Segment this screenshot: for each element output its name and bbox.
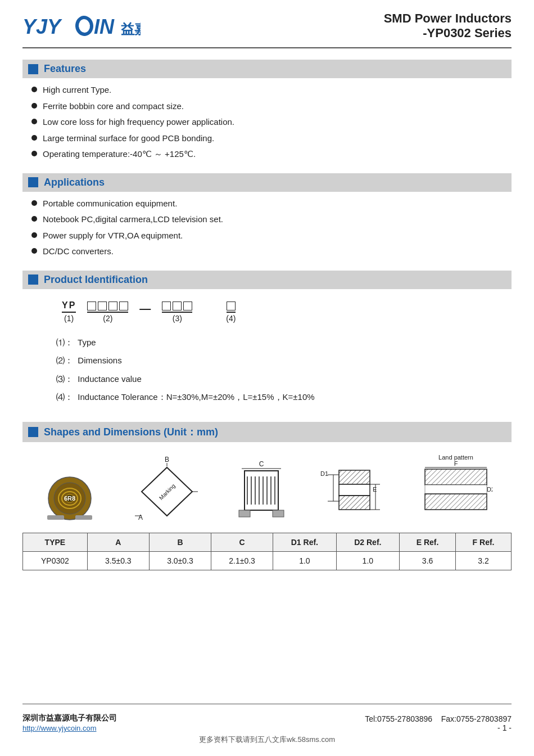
logo-area: YJY IN 益嘉源 — [22, 12, 141, 39]
col-d2: D2 Ref. — [336, 533, 399, 551]
svg-text:D2: D2 — [487, 486, 492, 493]
code-num-2: (2) — [103, 314, 112, 323]
shapes-header: Shapes and Dimensions (Unit：mm) — [22, 422, 512, 442]
svg-rect-38 — [339, 484, 370, 496]
box — [98, 302, 107, 310]
product-desc-list: ⑴： Type ⑵： Dimensions ⑶： Inductance valu… — [45, 336, 500, 413]
product-id-header: Product Identification — [22, 271, 512, 289]
list-item: Power supply for VTR,OA equipment. — [31, 230, 512, 242]
table-row: YP0302 3.5±0.3 3.0±0.3 2.1±0.3 1.0 1.0 3… — [23, 551, 512, 570]
feature-text: Ferrite bobbin core and compact size. — [43, 100, 184, 113]
svg-text:C: C — [259, 461, 264, 468]
svg-rect-39 — [339, 496, 370, 510]
svg-rect-12 — [75, 515, 92, 520]
svg-rect-11 — [47, 515, 64, 520]
svg-rect-31 — [239, 510, 250, 517]
list-item: Portable communication equipment. — [31, 197, 512, 210]
bullet-icon — [31, 151, 37, 156]
desc-num: ⑷： — [56, 392, 73, 402]
title-line1: SMD Power Inductors — [384, 11, 512, 26]
dimensions-table: TYPE A B C D1 Ref. D2 Ref. E Ref. F Ref.… — [22, 533, 512, 570]
shapes-images: 6R8 B Marking A — [22, 448, 512, 523]
list-item: ⑶： Inductance value — [56, 373, 500, 386]
box — [173, 302, 182, 310]
code-block-4: (4) — [226, 302, 236, 323]
svg-rect-22 — [245, 471, 278, 510]
svg-rect-48 — [425, 469, 487, 485]
svg-text:6R8: 6R8 — [64, 495, 75, 502]
col-d1: D1 Ref. — [273, 533, 336, 551]
list-item: Ferrite bobbin core and compact size. — [31, 100, 512, 113]
coil-drawing: 6R8 — [42, 470, 98, 523]
side-view-drawing: D1 E — [319, 459, 387, 523]
product-id-section: YP (1) (2) — — [22, 295, 512, 418]
cell-d1: 1.0 — [273, 551, 336, 570]
col-c: C — [211, 533, 273, 551]
bullet-icon — [31, 135, 37, 141]
applications-title: Applications — [44, 177, 105, 188]
svg-text:F: F — [454, 460, 458, 467]
land-pattern-drawing: Land pattern F D2 — [419, 453, 492, 523]
code-num-3: (3) — [173, 314, 182, 323]
list-item: Large terminal surface for good PCB bond… — [31, 132, 512, 145]
code-num-4: (4) — [226, 314, 236, 323]
footer-left: 深圳市益嘉源电子有限公司 http://www.yjycoin.com — [22, 713, 117, 732]
svg-rect-49 — [425, 485, 487, 494]
app-text: Power supply for VTR,OA equipment. — [43, 230, 183, 242]
feature-text: Low core loss for high frequency power a… — [43, 116, 234, 129]
cell-f: 3.2 — [456, 551, 512, 570]
features-title: Features — [44, 63, 86, 75]
cell-b: 3.0±0.3 — [149, 551, 211, 570]
app-text: Notebook PC,digital carmera,LCD televisi… — [43, 213, 223, 226]
list-item: Notebook PC,digital carmera,LCD televisi… — [31, 213, 512, 226]
page-wrapper: YJY IN 益嘉源 SMD Power Inductors -YP0302 S… — [0, 0, 534, 756]
applications-header: Applications — [22, 173, 512, 192]
cell-a: 3.5±0.3 — [87, 551, 149, 570]
applications-list: Portable communication equipment. Notebo… — [22, 197, 512, 265]
svg-text:D1: D1 — [320, 470, 328, 477]
watermark: 更多资料下载请到五八文库wk.58sms.com — [22, 735, 512, 745]
footer-right: Tel:0755-27803896 Fax:0755-27803897 - 1 … — [365, 714, 512, 732]
bullet-icon — [31, 248, 37, 254]
feature-text: Large terminal surface for good PCB bond… — [43, 132, 214, 145]
svg-text:IN: IN — [94, 15, 115, 38]
svg-text:B: B — [165, 456, 169, 464]
desc-num: ⑴： — [56, 338, 73, 347]
company-name: 深圳市益嘉源电子有限公司 — [22, 713, 117, 723]
list-item: ⑴： Type — [56, 336, 500, 349]
bullet-icon — [31, 200, 37, 206]
header: YJY IN 益嘉源 SMD Power Inductors -YP0302 S… — [22, 11, 512, 48]
list-item: DC/DC converters. — [31, 245, 512, 258]
cell-c: 2.1±0.3 — [211, 551, 273, 570]
svg-rect-37 — [339, 470, 370, 484]
product-id-icon — [28, 274, 38, 285]
svg-rect-32 — [273, 510, 284, 517]
box — [162, 302, 171, 310]
list-item: Operating temperature:-40℃ ～ +125℃. — [31, 148, 512, 161]
svg-text:YJY: YJY — [22, 15, 62, 38]
code-num-1: (1) — [64, 314, 74, 323]
col-type: TYPE — [23, 533, 88, 551]
website-link[interactable]: http://www.yjycoin.com — [22, 724, 97, 732]
diamond-drawing: B Marking A — [130, 455, 203, 523]
code-block-3: (3) — [162, 302, 192, 323]
rect-drawing: C — [236, 461, 287, 523]
box — [227, 302, 236, 310]
header-title: SMD Power Inductors -YP0302 Series — [384, 11, 512, 40]
code-yp: YP — [62, 300, 76, 313]
bullet-icon — [31, 87, 37, 92]
cell-d2: 1.0 — [336, 551, 399, 570]
list-item: ⑵： Dimensions — [56, 354, 500, 367]
code-block-2: (2) — [87, 302, 128, 323]
bullet-icon — [31, 232, 37, 238]
svg-rect-50 — [425, 494, 487, 510]
app-text: Portable communication equipment. — [43, 197, 177, 210]
code-dash: — — [139, 302, 151, 323]
col-a: A — [87, 533, 149, 551]
box — [183, 302, 192, 310]
box — [87, 302, 96, 310]
code-block-1: YP (1) — [62, 300, 76, 323]
cell-e: 3.6 — [400, 551, 456, 570]
box — [108, 302, 117, 310]
svg-text:E: E — [373, 486, 377, 493]
